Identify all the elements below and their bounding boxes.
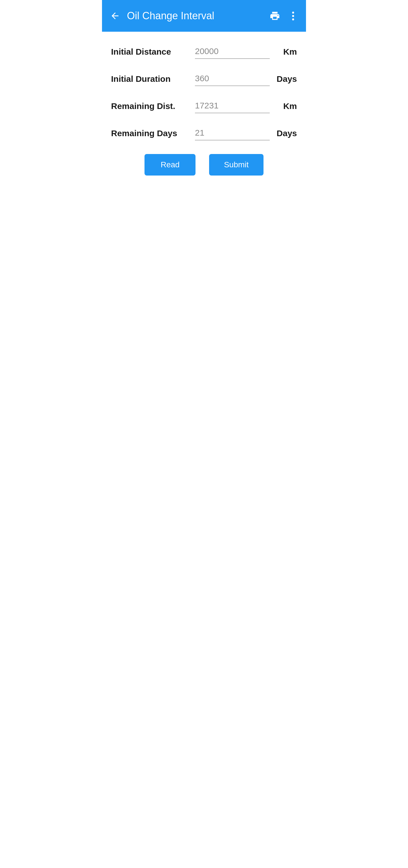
app-bar-actions (269, 10, 299, 22)
app-bar: Oil Change Interval (102, 0, 306, 32)
initial-distance-input-wrap (195, 45, 270, 59)
remaining-dist-label: Remaining Dist. (111, 101, 191, 113)
remaining-days-unit: Days (274, 128, 297, 141)
remaining-days-input-wrap (195, 127, 270, 141)
remaining-dist-input-wrap (195, 100, 270, 113)
submit-button[interactable]: Submit (209, 154, 263, 176)
initial-distance-input[interactable] (195, 45, 270, 59)
remaining-days-label: Remaining Days (111, 128, 191, 141)
print-icon[interactable] (269, 10, 281, 22)
read-button[interactable]: Read (145, 154, 196, 176)
initial-distance-row: Initial Distance Km (111, 45, 297, 59)
initial-duration-unit: Days (274, 74, 297, 86)
buttons-row: Read Submit (111, 154, 297, 176)
initial-duration-input-wrap (195, 72, 270, 86)
main-content: Initial Distance Km Initial Duration Day… (102, 32, 306, 189)
initial-distance-unit: Km (274, 47, 297, 59)
app-bar-title: Oil Change Interval (127, 10, 263, 22)
remaining-dist-row: Remaining Dist. Km (111, 100, 297, 113)
initial-distance-label: Initial Distance (111, 47, 191, 59)
initial-duration-row: Initial Duration Days (111, 72, 297, 86)
more-options-icon[interactable] (287, 10, 299, 22)
initial-duration-label: Initial Duration (111, 74, 191, 86)
remaining-dist-input[interactable] (195, 100, 270, 113)
remaining-days-input[interactable] (195, 127, 270, 141)
back-button[interactable] (109, 10, 121, 22)
remaining-days-row: Remaining Days Days (111, 127, 297, 141)
remaining-dist-unit: Km (274, 101, 297, 113)
initial-duration-input[interactable] (195, 72, 270, 86)
